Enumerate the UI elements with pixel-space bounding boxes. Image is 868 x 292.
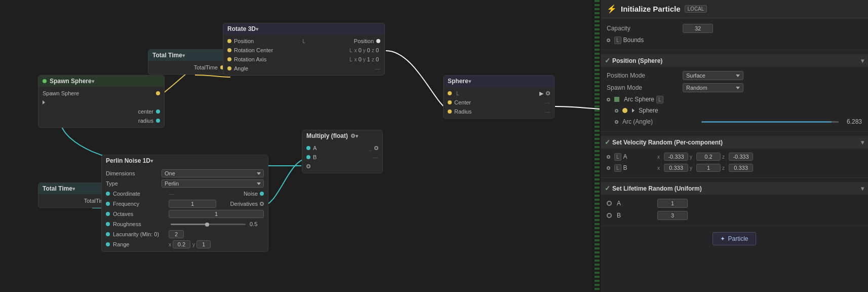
perlin-oct-socket[interactable] (106, 212, 110, 216)
perlin-oct-value[interactable]: 1 (169, 210, 264, 218)
particle-button[interactable]: ✦ Particle (713, 232, 756, 245)
perlin-rough-slider[interactable]: 0.5 (169, 221, 264, 227)
vel-b-y-label: y (690, 165, 695, 171)
vel-a-socket[interactable] (607, 155, 610, 159)
vel-b-socket[interactable] (607, 166, 610, 170)
perlin-header[interactable]: Perlin Noise 1D ▾ (102, 155, 268, 166)
node-rotate3d[interactable]: Rotate 3D ▾ Position L Position Rotation… (223, 23, 385, 76)
spawn-sphere-expand-icon[interactable] (43, 100, 45, 104)
perlin-type-select[interactable]: Perlin (162, 179, 264, 188)
vel-b-y-val[interactable]: 1 (696, 164, 721, 172)
spawn-sphere-center-label: center (43, 108, 153, 115)
arc-sphere-check[interactable] (614, 97, 619, 102)
position-mode-value: Surface (686, 72, 705, 79)
node-canvas[interactable]: Spawn Sphere ▾ Spawn Sphere center radiu… (0, 0, 600, 292)
vel-a-z-val[interactable]: -0.333 (729, 153, 753, 161)
rotate3d-rc-y: 0 (367, 47, 370, 53)
capacity-field[interactable]: 32 (683, 24, 713, 33)
capacity-row: Capacity 32 (607, 22, 862, 34)
rotate3d-position-in-socket[interactable] (227, 39, 231, 43)
velocity-section-arrow[interactable]: ▾ (861, 139, 864, 146)
sphere-right-socket[interactable] (546, 91, 550, 95)
arc-angle-slider[interactable] (701, 121, 839, 123)
perlin-freq-socket[interactable] (106, 202, 110, 206)
spawn-sphere-output-socket[interactable] (156, 91, 160, 95)
perlin-range-x[interactable]: 0.2 (173, 240, 190, 248)
vel-b-x-val[interactable]: 0.333 (664, 164, 688, 172)
local-badge: LOCAL (685, 5, 707, 13)
spawn-sphere-header[interactable]: Spawn Sphere ▾ (38, 76, 164, 87)
node-multiply-float[interactable]: Multiply (float) ⚙ ▾ A _ B — (302, 130, 383, 173)
multiply-header[interactable]: Multiply (float) ⚙ ▾ (302, 130, 382, 141)
rotate3d-rc-socket[interactable] (227, 48, 231, 52)
node-perlin-noise[interactable]: Perlin Noise 1D ▾ Dimensions One Type Pe… (101, 155, 268, 252)
perlin-deriv-socket[interactable] (260, 202, 264, 206)
perlin-range-socket[interactable] (106, 242, 110, 246)
sphere-radius-socket[interactable] (448, 110, 452, 114)
perlin-rough-socket[interactable] (106, 222, 110, 226)
sphere-radio[interactable] (622, 108, 627, 113)
arc-angle-socket[interactable] (615, 120, 618, 124)
total-time-2-arrow[interactable]: ▾ (72, 186, 75, 192)
perlin-range-y[interactable]: 1 (196, 240, 211, 248)
multiply-gear[interactable]: ⚙ (350, 133, 356, 139)
position-section-arrow[interactable]: ▾ (861, 57, 864, 64)
lifetime-section-arrow[interactable]: ▾ (861, 185, 864, 192)
spawn-sphere-center-socket[interactable] (156, 110, 160, 114)
multiply-extra-row (302, 162, 382, 171)
node-sphere[interactable]: Sphere ▾ L ▶ Center — Radius — (443, 75, 555, 119)
rotate3d-arrow[interactable]: ▾ (256, 26, 258, 32)
vel-a-x-val[interactable]: -0.333 (664, 153, 688, 161)
velocity-section-check: ✓ Set Velocity Random (Per-component) (605, 138, 723, 146)
lifetime-b-radio[interactable] (607, 213, 612, 218)
multiply-out-socket[interactable] (374, 146, 378, 150)
lifetime-a-val[interactable]: 1 (657, 199, 688, 208)
spawn-sphere-arrow[interactable]: ▾ (92, 79, 94, 84)
vel-a-y-val[interactable]: 0.2 (696, 153, 721, 161)
arc-sphere-socket[interactable] (607, 98, 610, 101)
rotate3d-ra-z: 0 (376, 56, 379, 62)
sphere-header[interactable]: Sphere ▾ (444, 76, 554, 87)
sphere-center-socket[interactable] (448, 100, 452, 104)
rotate3d-ra-socket[interactable] (227, 57, 231, 61)
spawn-sphere-radius-socket[interactable] (156, 119, 160, 123)
rotate3d-ra-y-label: y (363, 57, 366, 62)
vel-a-label: A (623, 153, 627, 160)
sphere-arrow[interactable]: ▾ (468, 79, 471, 84)
vel-b-xyz: x 0.333 y 1 z 0.333 (657, 164, 753, 172)
vel-b-z-val[interactable]: 0.333 (729, 164, 753, 172)
sphere-expand[interactable] (632, 108, 635, 113)
total-time-1-arrow[interactable]: ▾ (182, 53, 185, 58)
rotate3d-position-out-socket[interactable] (376, 39, 380, 43)
perlin-arrow[interactable]: ▾ (150, 158, 153, 164)
spawn-mode-select[interactable]: Random (683, 83, 743, 92)
perlin-rough-thumb[interactable] (205, 223, 209, 227)
sphere-center-row: Center — (444, 98, 554, 107)
node-total-time-1[interactable]: Total Time ▾ TotalTime (148, 49, 229, 75)
rotate3d-l-badge: L (302, 39, 305, 44)
perlin-lac-value[interactable]: 2 (169, 230, 184, 238)
perlin-coordinate-socket[interactable] (106, 192, 110, 196)
perlin-lac-label: Lacunarity (Min: 0) (113, 231, 169, 237)
rotate3d-title: Rotate 3D (227, 25, 256, 32)
node-spawn-sphere[interactable]: Spawn Sphere ▾ Spawn Sphere center radiu… (38, 75, 165, 128)
sphere-radio-socket[interactable] (615, 109, 618, 113)
perlin-lac-socket[interactable] (106, 232, 110, 236)
total-time-1-header[interactable]: Total Time ▾ (148, 50, 228, 61)
perlin-noise-out-socket[interactable] (260, 192, 264, 196)
lifetime-b-val[interactable]: 3 (657, 211, 688, 220)
arc-sphere-l: L (656, 96, 663, 103)
rotate3d-header[interactable]: Rotate 3D ▾ (223, 23, 384, 34)
spawn-sphere-center-row: center (38, 107, 164, 116)
rotate3d-angle-socket[interactable] (227, 66, 231, 70)
lifetime-a-radio[interactable] (607, 201, 612, 206)
perlin-dimensions-select[interactable]: One (162, 169, 264, 177)
multiply-a-socket[interactable] (306, 146, 310, 150)
multiply-extra-socket[interactable] (306, 164, 310, 168)
position-mode-select[interactable]: Surface (683, 71, 743, 80)
sphere-out-socket[interactable] (448, 91, 452, 95)
multiply-b-socket[interactable] (306, 155, 310, 159)
perlin-freq-value[interactable]: 1 (169, 200, 216, 208)
bounds-socket[interactable] (607, 39, 610, 42)
multiply-arrow[interactable]: ▾ (356, 133, 358, 139)
